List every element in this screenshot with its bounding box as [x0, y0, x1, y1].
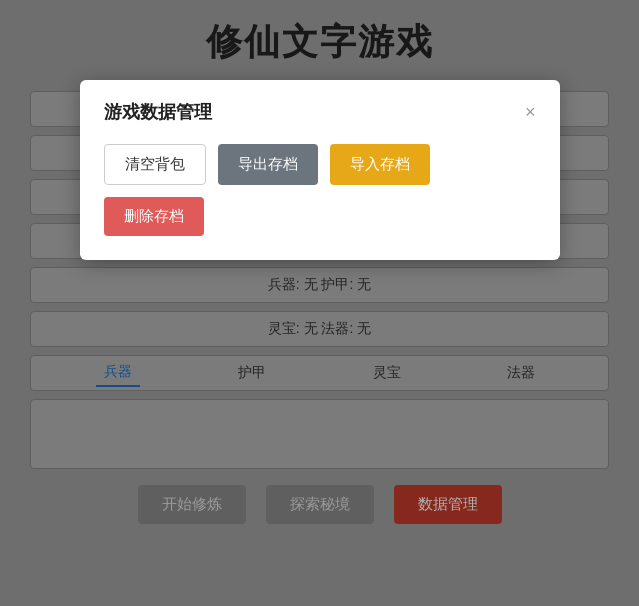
modal-close-button[interactable]: ×: [525, 103, 536, 121]
clear-backpack-button[interactable]: 清空背包: [104, 144, 206, 185]
modal-action-buttons: 清空背包 导出存档 导入存档 删除存档: [104, 144, 536, 236]
delete-save-button[interactable]: 删除存档: [104, 197, 204, 236]
modal-title: 游戏数据管理: [104, 100, 212, 124]
export-save-button[interactable]: 导出存档: [218, 144, 318, 185]
modal-overlay: 游戏数据管理 × 清空背包 导出存档 导入存档 删除存档: [0, 0, 639, 606]
import-save-button[interactable]: 导入存档: [330, 144, 430, 185]
data-management-modal: 游戏数据管理 × 清空背包 导出存档 导入存档 删除存档: [80, 80, 560, 260]
modal-header: 游戏数据管理 ×: [104, 100, 536, 124]
